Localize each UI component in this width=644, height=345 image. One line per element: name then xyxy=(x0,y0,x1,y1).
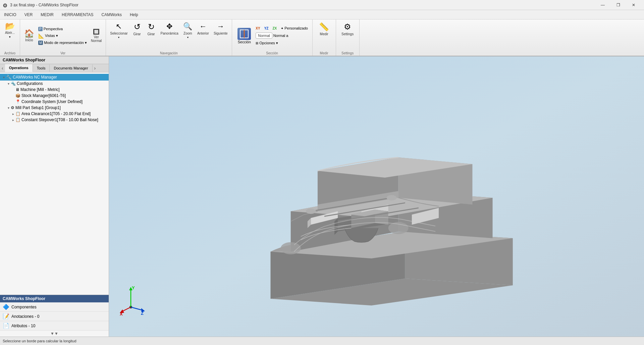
girar1-icon: ↺ xyxy=(134,22,141,32)
abrir-icon: 📂 xyxy=(5,22,15,30)
medir-button[interactable]: 📏 Medir xyxy=(317,21,331,37)
stock-label: Stock Manager[6061-T6] xyxy=(21,93,66,98)
tree-configurations[interactable]: ▾ 🔩 Configurations xyxy=(0,81,109,87)
tree-mill-setup[interactable]: ▾ ⚙ Mill Part Setup1 [Group1] xyxy=(0,105,109,111)
bottom-panel: CAMWorks ShopFloor 🔷 Componentes 📝 Anota… xyxy=(0,295,109,337)
anotaciones-label: Anotaciones - 0 xyxy=(11,314,39,319)
medir-label: Medir xyxy=(320,51,328,55)
scroll-down-button[interactable]: ▼▼ xyxy=(0,331,109,337)
tree-stock[interactable]: 📦 Stock Manager[6061-T6] xyxy=(0,93,109,99)
personalizado-button[interactable]: ✦ Personalizado xyxy=(279,26,309,31)
personalizado-icon: ✦ xyxy=(281,27,283,30)
settings-label: Settings xyxy=(341,51,354,55)
perspectiva-icon: P xyxy=(38,27,43,31)
yz-button[interactable]: YZ xyxy=(263,26,270,31)
ribbon-group-nav: ↖ Seleccionar ▾ ↺ Girar ↻ Girar ✥ Panorá… xyxy=(106,19,232,56)
menu-help[interactable]: Help xyxy=(126,10,142,19)
seccion-icon xyxy=(237,28,251,40)
tab-operations[interactable]: Operations xyxy=(5,64,33,72)
machine-expander xyxy=(11,87,15,92)
menu-camworks[interactable]: CAMWorks xyxy=(97,10,125,19)
viewport[interactable]: Y X Z xyxy=(109,56,644,337)
tree-area[interactable]: ▾ 🔧 CAMWorks NC Manager ▾ 🔩 Configuratio… xyxy=(0,72,109,295)
tab-documents[interactable]: Documents Manager xyxy=(50,64,92,72)
panel-next-button[interactable]: › xyxy=(93,64,98,72)
panel-tabs: ‹ Operations Tools Documents Manager › xyxy=(0,64,109,72)
ver-normal-button[interactable]: 🔲 Ver Normal xyxy=(89,21,104,51)
nc-manager-expander: ▾ xyxy=(1,75,6,80)
anterior-icon: ← xyxy=(199,22,207,31)
anterior-button[interactable]: ← Anterior xyxy=(195,21,211,37)
modo-rep-button[interactable]: M Modo de representación ▾ xyxy=(37,40,88,46)
panel-header-title: CAMWorks ShopFloor xyxy=(3,58,45,62)
componentes-label: Componentes xyxy=(11,305,37,309)
ribbon-group-seccion: Sección XY YZ ZX ✦ Personalizado xyxy=(232,19,313,56)
opciones-button[interactable]: ⊞ Opciones ▾ xyxy=(254,40,279,46)
constant-stepover-expander: ▸ xyxy=(11,117,15,122)
tree-area-clearance[interactable]: ▸ 📋 Area Clearance1[T05 - 20.00 Flat End… xyxy=(0,111,109,117)
axis-svg: Y X Z xyxy=(119,285,146,315)
siguiente-button[interactable]: → Siguiente xyxy=(212,21,230,37)
main-layout: CAMWorks ShopFloor ‹ Operations Tools Do… xyxy=(0,56,644,337)
settings-icon: ⚙ xyxy=(344,22,351,32)
panoramica-icon: ✥ xyxy=(166,22,172,31)
componentes-item[interactable]: 🔷 Componentes xyxy=(0,302,109,312)
tree-nc-manager[interactable]: ▾ 🔧 CAMWorks NC Manager xyxy=(0,74,109,81)
panel-prev-button[interactable]: ‹ xyxy=(0,64,5,72)
perspectiva-button[interactable]: P Perspectiva xyxy=(37,26,88,32)
tree-machine[interactable]: 🖥 Machine [Mill - Metric] xyxy=(0,87,109,93)
ver-label: Ver xyxy=(60,51,65,55)
componentes-icon: 🔷 xyxy=(3,304,9,310)
normal-badge: Normal xyxy=(256,33,272,39)
minimize-button[interactable]: — xyxy=(595,0,610,10)
machine-label: Machine [Mill - Metric] xyxy=(20,87,60,92)
normal-a-button[interactable]: Normal Normal a xyxy=(254,31,289,40)
mill-setup-expander: ▾ xyxy=(6,105,11,110)
tab-tools[interactable]: Tools xyxy=(33,64,50,72)
zx-button[interactable]: ZX xyxy=(271,26,278,31)
z-axis-label: Z xyxy=(141,311,144,315)
ver-normal-icon: 🔲 xyxy=(93,29,100,35)
zoom-icon: 🔍 xyxy=(183,22,192,31)
stock-icon: 📦 xyxy=(15,93,20,98)
seccion-button[interactable]: Sección xyxy=(235,21,254,51)
mill-setup-label: Mill Part Setup1 [Group1] xyxy=(15,105,61,110)
area-clearance-expander: ▸ xyxy=(11,111,15,116)
area-clearance-icon: 📋 xyxy=(15,111,20,116)
axis-indicator: Y X Z xyxy=(119,285,146,316)
bottom-header-title: CAMWorks ShopFloor xyxy=(3,296,45,301)
ribbon-group-archivo: 📂 Abrir... ▾ Archivo xyxy=(0,19,20,56)
window-controls: — ❐ ✕ xyxy=(595,0,641,10)
configurations-icon: 🔩 xyxy=(11,81,16,86)
girar2-button[interactable]: ↻ Girar xyxy=(145,21,158,37)
panel-header: CAMWorks ShopFloor xyxy=(0,56,109,64)
tree-coordinate[interactable]: 📍 Coordinate System [User Defined] xyxy=(0,99,109,105)
girar1-button[interactable]: ↺ Girar xyxy=(130,21,144,37)
abrir-button[interactable]: 📂 Abrir... ▾ xyxy=(3,21,17,40)
title-bar: ⚙ 3 ax final.step - CAMWorks ShopFloor —… xyxy=(0,0,644,10)
left-panel: CAMWorks ShopFloor ‹ Operations Tools Do… xyxy=(0,56,109,337)
inicio-button[interactable]: 🏠 Inicio xyxy=(22,21,36,51)
zoom-button[interactable]: 🔍 Zoom ▾ xyxy=(181,21,195,40)
atributos-item[interactable]: 📄 Atributos - 10 xyxy=(0,321,109,331)
settings-button[interactable]: ⚙ Settings xyxy=(339,21,356,37)
menu-medir[interactable]: MEDIR xyxy=(37,10,58,19)
tree-constant-stepover[interactable]: ▸ 📋 Constant Stepover1[T08 - 10.00 Ball … xyxy=(0,117,109,123)
anotaciones-item[interactable]: 📝 Anotaciones - 0 xyxy=(0,312,109,321)
restore-button[interactable]: ❐ xyxy=(610,0,626,10)
menu-bar: INICIO VER MEDIR HERRAMIENTAS CAMWorks H… xyxy=(0,10,644,19)
menu-ver[interactable]: VER xyxy=(20,10,37,19)
vistas-button[interactable]: 📐 Vistas ▾ xyxy=(37,33,88,39)
close-button[interactable]: ✕ xyxy=(626,0,641,10)
seleccionar-button[interactable]: ↖ Seleccionar ▾ xyxy=(108,21,129,40)
seccion-label: Sección xyxy=(266,51,278,55)
machine-icon: 🖥 xyxy=(15,87,19,92)
status-bar: Seleccione un borde para calcular la lon… xyxy=(0,337,644,345)
archivo-label: Archivo xyxy=(4,51,15,55)
inicio-icon: 🏠 xyxy=(24,30,34,38)
menu-inicio[interactable]: INICIO xyxy=(0,10,20,19)
menu-herramientas[interactable]: HERRAMIENTAS xyxy=(58,10,97,19)
xy-button[interactable]: XY xyxy=(254,26,261,31)
coordinate-icon: 📍 xyxy=(15,99,20,104)
panoramica-button[interactable]: ✥ Panorámica xyxy=(159,21,180,37)
